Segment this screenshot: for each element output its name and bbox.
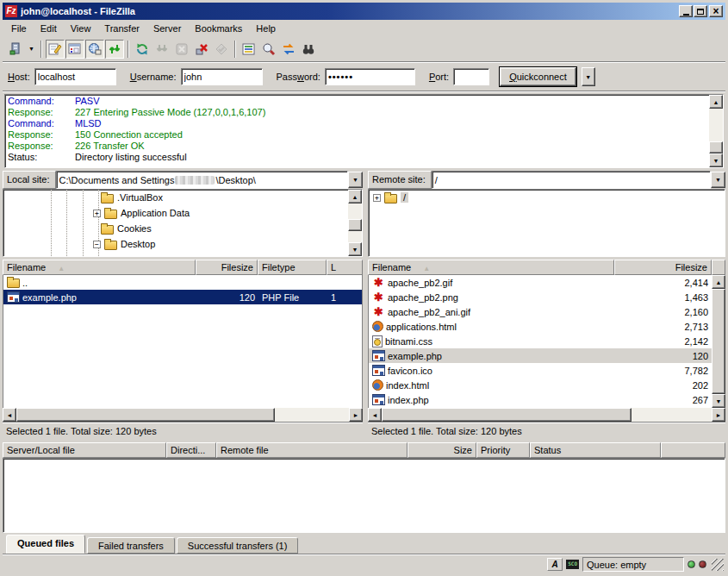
minimize-button[interactable] [679, 5, 693, 17]
toggle-transfer-queue-button[interactable] [105, 40, 124, 59]
tree-item-application-data[interactable]: + Application Data [3, 205, 348, 221]
remote-horizontal-scrollbar[interactable]: ◄ ► [368, 408, 725, 422]
column-header-filename[interactable]: Filename▲ [368, 260, 614, 275]
column-header-direction[interactable]: Directi... [166, 442, 216, 458]
column-header-size[interactable]: Size [408, 442, 476, 458]
column-header-modified[interactable]: L [327, 260, 363, 275]
column-header-filename[interactable]: Filename▲ [3, 260, 196, 275]
disconnect-button[interactable] [192, 40, 211, 59]
tab-failed-transfers[interactable]: Failed transfers [87, 537, 175, 554]
file-row[interactable]: index.html 202 [369, 378, 712, 392]
toggle-local-tree-button[interactable] [65, 40, 84, 59]
column-header-remote-file[interactable]: Remote file [216, 442, 408, 458]
column-header-status[interactable]: Status [530, 442, 661, 458]
local-site-dropdown[interactable]: ▼ [348, 172, 363, 188]
column-header-priority[interactable]: Priority [476, 442, 530, 458]
log-scrollbar[interactable]: ▲ ▼ [709, 95, 723, 167]
resize-grip[interactable] [712, 559, 724, 571]
queue-list[interactable] [3, 458, 725, 533]
maximize-button[interactable] [694, 5, 707, 17]
menu-item-server[interactable]: Server [146, 22, 188, 35]
local-list-body: .. example.php 120 PHP File 1 [3, 275, 363, 408]
site-manager-button[interactable] [6, 40, 25, 59]
expand-icon[interactable]: + [373, 194, 381, 202]
scroll-down-icon[interactable]: ▼ [709, 153, 723, 167]
column-header-filesize[interactable]: Filesize [614, 260, 712, 275]
tree-item-cookies[interactable]: Cookies [3, 221, 348, 236]
username-input[interactable] [181, 68, 263, 85]
local-site-path[interactable]: C:\Documents and Settings\Desktop\ [56, 171, 348, 189]
menu-item-help[interactable]: Help [249, 22, 283, 35]
file-row[interactable]: ✱apache_pb2.gif 2,414 [369, 275, 712, 290]
directory-comparison-button[interactable] [259, 40, 278, 59]
remote-selection-status: Selected 1 file. Total size: 120 bytes [368, 422, 725, 437]
reconnect-button[interactable] [212, 40, 231, 59]
local-tree-scrollbar[interactable]: ▲ ▼ [348, 190, 362, 256]
port-input[interactable] [453, 68, 489, 85]
menu-item-view[interactable]: View [64, 22, 98, 35]
php-file-icon [372, 350, 385, 361]
menu-item-bookmarks[interactable]: Bookmarks [188, 22, 249, 35]
host-label: Host: [8, 72, 30, 82]
scroll-up-icon[interactable]: ▲ [712, 275, 725, 289]
tree-item-desktop[interactable]: − Desktop [3, 236, 348, 252]
local-horizontal-scrollbar[interactable]: ◄ ► [3, 408, 363, 422]
file-row[interactable]: ✱apache_pb2.png 1,463 [369, 290, 712, 304]
scroll-thumb[interactable] [382, 408, 632, 422]
file-row[interactable]: bitnami.css 2,142 [369, 334, 712, 348]
column-header-filetype[interactable]: Filetype [258, 260, 327, 275]
process-queue-icon [155, 42, 169, 56]
tree-item-root[interactable]: + / [369, 190, 725, 205]
process-queue-button[interactable] [152, 40, 171, 59]
collapse-icon[interactable]: − [93, 241, 101, 248]
close-button[interactable]: × [709, 5, 723, 17]
expand-icon[interactable]: + [93, 210, 101, 217]
directory-filters-button[interactable] [240, 40, 258, 59]
ico-file-icon [372, 365, 385, 376]
binoculars-icon [302, 42, 315, 56]
scroll-up-icon[interactable]: ▲ [709, 95, 723, 109]
file-row-updir[interactable]: .. [3, 275, 362, 290]
file-row[interactable]: favicon.ico 7,782 [369, 363, 712, 378]
scroll-down-icon[interactable]: ▼ [712, 394, 725, 408]
quickconnect-dropdown[interactable]: ▼ [582, 67, 595, 86]
remote-site-path[interactable]: / [432, 171, 711, 189]
tree-item-virtualbox[interactable]: .VirtualBox [3, 190, 348, 205]
scroll-right-icon[interactable]: ► [712, 408, 725, 422]
refresh-button[interactable] [133, 40, 152, 59]
scroll-down-icon[interactable]: ▼ [348, 242, 362, 256]
quickconnect-button[interactable]: Quickconnect [500, 67, 576, 86]
menu-item-transfer[interactable]: Transfer [97, 22, 146, 35]
menu-item-edit[interactable]: Edit [34, 22, 64, 35]
menu-item-file[interactable]: File [4, 22, 34, 35]
toggle-message-log-button[interactable] [46, 40, 65, 59]
file-row[interactable]: index.php 267 [369, 392, 712, 407]
close-icon: × [712, 7, 719, 16]
remote-site-dropdown[interactable]: ▼ [711, 172, 725, 188]
host-input[interactable] [34, 68, 116, 85]
file-row-selected[interactable]: example.php 120 [369, 348, 712, 363]
filter-icon [242, 42, 256, 56]
scroll-left-icon[interactable]: ◄ [3, 408, 16, 422]
find-files-button[interactable] [299, 40, 318, 59]
password-input[interactable] [325, 68, 415, 85]
file-row[interactable]: applications.html 2,713 [369, 319, 712, 334]
scroll-thumb[interactable] [712, 289, 725, 394]
scroll-thumb[interactable] [348, 219, 362, 231]
synchronized-browsing-button[interactable] [279, 40, 298, 59]
tab-queued-files[interactable]: Queued files [6, 535, 85, 554]
remote-list-scrollbar[interactable]: ▲ ▼ [712, 275, 725, 408]
file-row-example-php[interactable]: example.php 120 PHP File 1 [3, 290, 362, 304]
column-header-filesize[interactable]: Filesize [196, 260, 258, 275]
scroll-thumb[interactable] [709, 141, 723, 153]
scroll-left-icon[interactable]: ◄ [368, 408, 382, 422]
scroll-thumb[interactable] [16, 408, 275, 422]
cancel-button[interactable] [172, 40, 191, 59]
tab-successful-transfers[interactable]: Successful transfers (1) [177, 537, 299, 554]
toggle-remote-tree-button[interactable] [85, 40, 104, 59]
column-header-server-local[interactable]: Server/Local file [3, 442, 166, 458]
site-manager-dropdown[interactable]: ▼ [26, 46, 37, 52]
scroll-up-icon[interactable]: ▲ [348, 190, 362, 203]
file-row[interactable]: ✱apache_pb2_ani.gif 2,160 [369, 304, 712, 319]
scroll-right-icon[interactable]: ► [349, 408, 363, 422]
